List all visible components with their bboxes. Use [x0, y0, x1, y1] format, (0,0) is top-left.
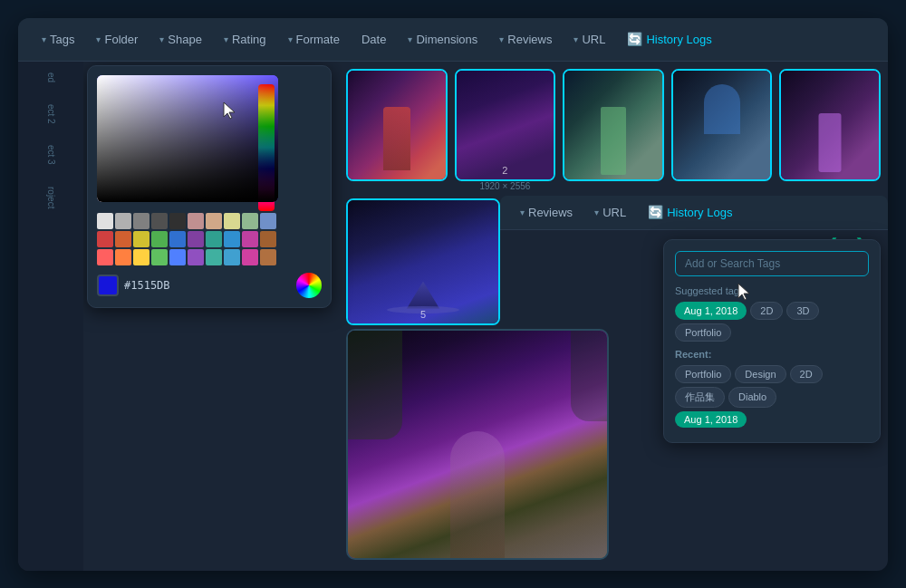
- swatch-lpink[interactable]: [188, 213, 204, 229]
- gallery-item-4[interactable]: [671, 69, 773, 181]
- swatch-mgray[interactable]: [133, 213, 149, 229]
- swatch-p2[interactable]: [188, 249, 204, 265]
- filter-rating-label: Rating: [232, 33, 266, 46]
- filter-url[interactable]: ▾ URL: [564, 29, 614, 50]
- filter-formate-label: Formate: [296, 33, 340, 46]
- swatch-t1[interactable]: [206, 231, 222, 247]
- inline-filter-bar: ▾ Reviews ▾ URL 🔄 History Logs: [500, 196, 888, 230]
- chevron-icon: ▾: [96, 34, 101, 44]
- swatch-t2[interactable]: [206, 249, 222, 265]
- recent-tags-row-1: Portfolio Design 2D: [675, 365, 869, 383]
- swatch-r2[interactable]: [97, 249, 113, 265]
- suggested-tags-row-2: Portfolio: [675, 323, 869, 342]
- gallery-item-6[interactable]: 5: [346, 198, 500, 325]
- swatch-lblue[interactable]: [260, 213, 276, 229]
- gallery-item-3[interactable]: [563, 69, 664, 181]
- filter-url-label: URL: [582, 33, 605, 46]
- gallery-item-6-label: 5: [348, 309, 498, 320]
- tag-recent-diablo[interactable]: Diablo: [728, 387, 776, 408]
- swatch-c1[interactable]: [224, 231, 240, 247]
- swatch-r1[interactable]: [97, 231, 113, 247]
- swatch-n2[interactable]: [260, 249, 276, 265]
- tag-portfolio[interactable]: Portfolio: [675, 323, 731, 342]
- filter-reviews-label: Reviews: [507, 33, 552, 46]
- swatch-b2[interactable]: [169, 249, 186, 265]
- filter-dimensions[interactable]: ▾ Dimensions: [399, 29, 487, 50]
- filter-tags[interactable]: ▾ Tags: [33, 29, 83, 50]
- filter-bar: ▾ Tags ▾ Folder ▾ Shape ▾ Rating ▾ Forma…: [18, 18, 888, 62]
- gallery-thumb-5: [781, 71, 879, 179]
- color-preview-swatch: [97, 275, 119, 296]
- inline-filter-history-logs[interactable]: 🔄 History Logs: [639, 201, 741, 223]
- large-preview-image: [346, 329, 609, 560]
- sidebar-label-2: ect 2: [46, 104, 56, 124]
- chevron-icon: ▾: [499, 34, 504, 44]
- filter-dimensions-label: Dimensions: [416, 33, 477, 46]
- swatch-m1[interactable]: [242, 231, 258, 247]
- swatch-xdgray[interactable]: [169, 213, 186, 229]
- tag-recent-design[interactable]: Design: [735, 365, 786, 383]
- swatch-dgray[interactable]: [151, 213, 168, 229]
- swatch-p1[interactable]: [188, 231, 204, 247]
- tag-aug-2018[interactable]: Aug 1, 2018: [675, 302, 747, 320]
- sidebar-label-4: roject: [46, 187, 56, 208]
- color-gradient-picker[interactable]: [97, 75, 278, 202]
- gallery-item-2-dimensions: 1920 × 2556: [455, 181, 556, 191]
- swatch-y2[interactable]: [133, 249, 149, 265]
- swatch-lpeach[interactable]: [206, 213, 222, 229]
- color-wheel-icon[interactable]: [296, 273, 322, 298]
- gallery-thumb-6: [348, 200, 498, 325]
- chevron-icon: ▾: [42, 34, 46, 44]
- swatch-m2[interactable]: [242, 249, 258, 265]
- filter-shape[interactable]: ▾ Shape: [150, 29, 211, 50]
- filter-date[interactable]: Date: [352, 29, 395, 50]
- tag-2d[interactable]: 2D: [750, 302, 783, 320]
- chevron-icon: ▾: [288, 34, 293, 44]
- swatch-white[interactable]: [97, 213, 113, 229]
- tags-panel: Suggested tags Aug 1, 2018 2D 3D Portfol…: [663, 239, 881, 443]
- swatch-lgray[interactable]: [115, 213, 131, 229]
- swatch-n1[interactable]: [260, 231, 276, 247]
- filter-folder[interactable]: ▾ Folder: [87, 29, 147, 50]
- filter-history-logs[interactable]: 🔄 History Logs: [618, 28, 720, 50]
- tag-recent-works[interactable]: 作品集: [675, 387, 725, 408]
- recent-tags-title: Recent:: [675, 349, 869, 360]
- sidebar-label-3: ect 3: [46, 145, 56, 165]
- filter-rating[interactable]: ▾ Rating: [215, 29, 275, 50]
- swatch-g2[interactable]: [151, 249, 168, 265]
- main-content: ed ect 2 ect 3 roject: [18, 62, 888, 571]
- tag-3d[interactable]: 3D: [786, 302, 819, 320]
- swatch-b1[interactable]: [169, 231, 186, 247]
- filter-formate[interactable]: ▾ Formate: [279, 29, 349, 50]
- tag-recent-aug-2018[interactable]: Aug 1, 2018: [675, 411, 747, 428]
- gallery-item-2[interactable]: 2: [455, 69, 556, 181]
- tags-search-input[interactable]: [675, 251, 869, 276]
- tag-recent-2d[interactable]: 2D: [790, 365, 823, 383]
- swatch-y1[interactable]: [133, 231, 149, 247]
- swatch-o1[interactable]: [115, 231, 131, 247]
- filter-tags-label: Tags: [50, 33, 74, 46]
- gallery-item-5[interactable]: [779, 69, 881, 181]
- swatch-o2[interactable]: [115, 249, 131, 265]
- tag-recent-portfolio[interactable]: Portfolio: [675, 365, 731, 383]
- history-icon: 🔄: [627, 32, 642, 46]
- chevron-icon: ▾: [573, 34, 578, 44]
- filter-folder-label: Folder: [104, 33, 138, 46]
- inline-filter-reviews[interactable]: ▾ Reviews: [511, 202, 582, 223]
- swatch-lgreen[interactable]: [242, 213, 258, 229]
- swatch-c2[interactable]: [224, 249, 240, 265]
- large-img: [348, 331, 607, 558]
- inline-reviews-label: Reviews: [528, 206, 573, 219]
- inline-filter-url[interactable]: ▾ URL: [585, 202, 635, 223]
- filter-reviews[interactable]: ▾ Reviews: [490, 29, 561, 50]
- gallery-item-2-label: 2: [457, 165, 554, 176]
- swatch-lyellow[interactable]: [224, 213, 240, 229]
- suggested-tags-title: Suggested tags: [675, 285, 869, 296]
- inline-url-label: URL: [602, 206, 626, 219]
- gallery-item-1[interactable]: [346, 69, 448, 181]
- filter-date-label: Date: [361, 33, 386, 46]
- swatch-g1[interactable]: [151, 231, 168, 247]
- recent-tags-row-2: 作品集 Diablo: [675, 387, 869, 408]
- color-picker-panel: #1515DB: [87, 65, 332, 308]
- chevron-icon: ▾: [594, 207, 599, 217]
